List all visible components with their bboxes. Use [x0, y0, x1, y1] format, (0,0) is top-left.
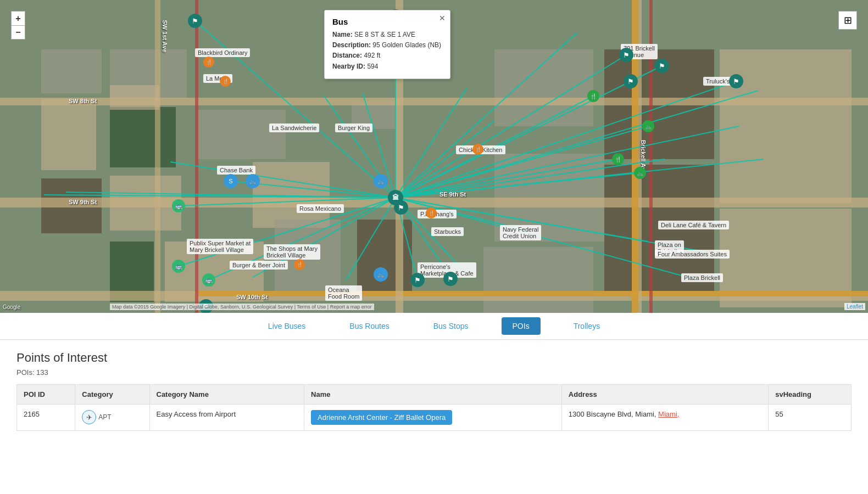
google-attribution: Google — [3, 304, 20, 310]
street-label-sw1ave: SW 1st Ave — [162, 20, 168, 52]
cell-category: ✈ APT — [75, 405, 149, 431]
marker-poi-4[interactable]: 🚲 — [642, 120, 654, 132]
category-icon: ✈ — [82, 410, 96, 424]
poi-name-button[interactable]: Adrienne Arsht Center - Ziff Ballet Oper… — [311, 410, 452, 425]
zoom-in-button[interactable]: + — [11, 11, 25, 25]
tab-live-buses[interactable]: Live Buses — [257, 317, 316, 335]
tab-bus-routes[interactable]: Bus Routes — [338, 317, 400, 335]
marker-blue-2[interactable]: 🚲 — [246, 174, 260, 188]
label-trulucks: Truluck's — [703, 77, 732, 86]
table-header-row: POI ID Category Category Name Name Addre… — [17, 385, 852, 405]
street-label-se9: SE 9th St — [439, 191, 466, 198]
map-container[interactable]: + − ⊞ ✕ Bus Name: SE 8 ST & SE 1 AVE Des… — [0, 0, 868, 313]
marker-bus-1[interactable]: 🚌 — [202, 273, 215, 287]
cell-category-name: Easy Access from Airport — [149, 405, 304, 431]
marker-food-3[interactable]: 🍴 — [294, 259, 305, 270]
label-rosamex: Rosa Mexicano — [297, 204, 344, 213]
content-area: Points of Interest POIs: 133 POI ID Cate… — [0, 340, 868, 494]
label-navy: Navy FederalCredit Union — [500, 225, 541, 240]
marker-blue-3[interactable]: 🚲 — [374, 174, 388, 188]
col-poi-id: POI ID — [17, 385, 75, 405]
marker-blue-4[interactable]: 🚲 — [374, 267, 388, 282]
marker-bus-2[interactable]: 🚌 — [172, 199, 185, 212]
label-publix: Publix Super Market atMary Brickell Vill… — [187, 239, 253, 254]
label-delilane: Deli Lane Café & Tavern — [658, 221, 729, 229]
marker-flag-s2[interactable]: ⚑ — [443, 272, 458, 286]
label-ambassadors: Four Ambassadors Suites — [655, 250, 730, 259]
marker-poi-3[interactable]: 🚲 — [634, 167, 646, 179]
street-label-sw9: SW 9th St — [69, 199, 97, 205]
map-zoom-controls: + − — [11, 11, 25, 40]
col-svheading: svHeading — [769, 385, 852, 405]
label-shops: The Shops at MaryBrickell Village — [264, 244, 320, 260]
marker-flag-1[interactable]: ⚑ — [188, 14, 202, 28]
tabs-bar: Live Buses Bus Routes Bus Stops POIs Tro… — [0, 313, 868, 340]
section-title: Points of Interest — [16, 351, 852, 365]
label-blackbird: Blackbird Ordinary — [195, 48, 250, 57]
popup-close-button[interactable]: ✕ — [439, 14, 446, 23]
marker-food-5[interactable]: 🍴 — [472, 144, 483, 155]
popup-title: Bus — [332, 17, 442, 26]
popup-dist-row: Distance: 492 ft — [332, 50, 442, 61]
marker-food-4[interactable]: 🍴 — [426, 207, 437, 218]
label-pfchangs: P.F. Chang's — [418, 210, 457, 218]
address-link[interactable]: Miami, — [658, 410, 679, 418]
map-copyright: Map data ©2015 Google Imagery | Digital … — [110, 304, 374, 310]
label-sandwicherie: La Sandwicherie — [269, 124, 319, 132]
label-burgerking: Burger King — [335, 124, 372, 132]
tab-pois[interactable]: POIs — [502, 317, 541, 335]
cell-poi-id: 2165 — [17, 405, 75, 431]
popup-name-row: Name: SE 8 ST & SE 1 AVE — [332, 30, 442, 40]
category-code: APT — [98, 413, 111, 421]
poi-table: POI ID Category Category Name Name Addre… — [16, 384, 852, 431]
tab-bus-stops[interactable]: Bus Stops — [422, 317, 480, 335]
street-label-sw8: SW 8th St — [69, 98, 97, 104]
col-category: Category — [75, 385, 149, 405]
marker-poi-1[interactable]: 🍴 — [587, 90, 599, 102]
cell-svheading: 55 — [769, 405, 852, 431]
label-plazabrickell2: Plaza Brickell — [681, 273, 723, 282]
marker-flag-6[interactable]: ⚑ — [729, 74, 743, 88]
col-name: Name — [304, 385, 562, 405]
marker-flag-3[interactable]: ⚑ — [619, 48, 633, 62]
category-badge: ✈ APT — [82, 410, 111, 424]
marker-flag-s1[interactable]: ⚑ — [410, 273, 425, 287]
layer-icon: ⊞ — [844, 14, 852, 26]
col-category-name: Category Name — [149, 385, 304, 405]
poi-count: POIs: 133 — [16, 368, 852, 377]
marker-flag-5[interactable]: ⚑ — [624, 74, 638, 88]
label-starbucks: Starbucks — [431, 227, 464, 236]
zoom-out-button[interactable]: − — [11, 25, 25, 40]
bus-popup: ✕ Bus Name: SE 8 ST & SE 1 AVE Descripti… — [324, 10, 450, 79]
marker-blue-1[interactable]: S — [224, 174, 238, 188]
leaflet-attribution: Leaflet — [844, 303, 865, 310]
street-label-sw10: SW 10th St — [236, 294, 268, 300]
marker-flag-center[interactable]: ⚑ — [394, 200, 408, 215]
popup-desc-row: Description: 95 Golden Glades (NB) — [332, 40, 442, 50]
table-row: 2165 ✈ APT Easy Access from Airport Adri… — [17, 405, 852, 431]
cell-name[interactable]: Adrienne Arsht Center - Ziff Ballet Oper… — [304, 405, 562, 431]
popup-nearby-row: Nearby ID: 594 — [332, 61, 442, 72]
marker-flag-4[interactable]: ⚑ — [655, 59, 669, 73]
marker-poi-2[interactable]: 🍴 — [612, 153, 624, 165]
marker-food-1[interactable]: 🍴 — [203, 57, 214, 68]
label-burgerbeer: Burger & Beer Joint — [230, 261, 288, 270]
marker-bus-3[interactable]: 🚌 — [172, 260, 185, 273]
layer-button[interactable]: ⊞ — [838, 11, 857, 30]
tab-trolleys[interactable]: Trolleys — [563, 317, 611, 335]
cell-address: 1300 Biscayne Blvd, Miami, Miami, — [561, 405, 768, 431]
marker-food-2[interactable]: 🍴 — [220, 76, 231, 87]
label-chasebank: Chase Bank — [217, 166, 255, 175]
label-oceana: OceanaFood Room — [325, 285, 362, 301]
col-address: Address — [561, 385, 768, 405]
